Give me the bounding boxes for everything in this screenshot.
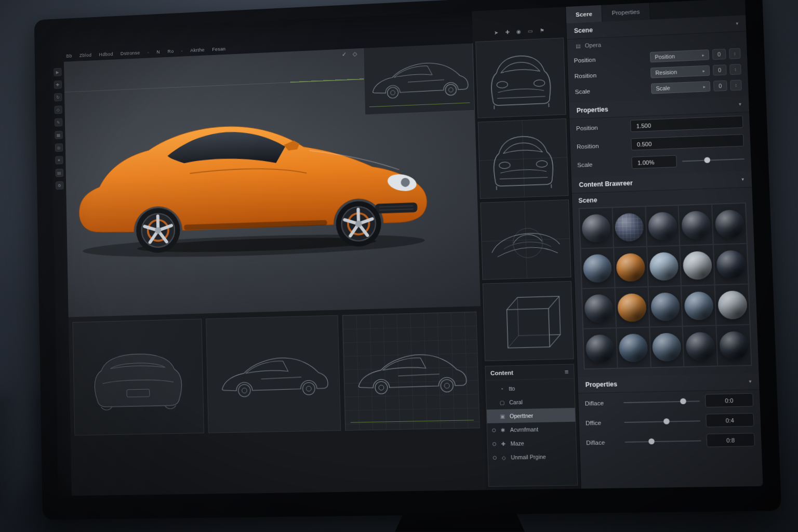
arrow-right-icon: ▸	[702, 52, 704, 57]
material-cell[interactable]	[679, 204, 713, 246]
slider-label: Diflace	[585, 400, 618, 407]
front-view-blueprint-panel[interactable]	[478, 118, 569, 199]
displace-slider[interactable]	[623, 395, 700, 407]
transform-value[interactable]: 0	[713, 81, 727, 91]
material-cell[interactable]	[645, 205, 680, 246]
3d-viewport[interactable]: ✓ ◇	[64, 43, 481, 317]
rotation-field[interactable]: 0.500	[631, 134, 744, 151]
list-item[interactable]: ▣ Operttner	[487, 408, 575, 423]
effects-tool-icon[interactable]: ✶	[55, 156, 63, 164]
diamond-icon[interactable]: ◇	[353, 50, 357, 57]
material-cell[interactable]	[712, 203, 747, 245]
focus-icon[interactable]: ◉	[516, 29, 521, 34]
list-item[interactable]: ◇ Unmail Prgine	[488, 449, 577, 464]
slider-handle[interactable]	[704, 157, 710, 163]
stepper-icon[interactable]: ↕	[729, 64, 741, 75]
material-cell[interactable]	[683, 325, 717, 367]
material-cell[interactable]	[681, 285, 716, 326]
transform-value[interactable]: 0	[712, 49, 726, 60]
material-sphere	[619, 333, 648, 362]
cube-view-panel[interactable]	[483, 281, 574, 361]
list-item[interactable]: ✱ Acvrnfmant	[487, 422, 576, 437]
cube-icon: ◇	[500, 455, 508, 460]
property-label: Scale	[577, 160, 627, 168]
grid-tool-icon[interactable]: ▦	[55, 131, 62, 139]
menu-item[interactable]: Zblod	[79, 52, 91, 58]
frames-icon[interactable]: ▭	[528, 28, 533, 34]
material-sphere	[683, 250, 712, 280]
menubar-icon[interactable]: ▫	[148, 50, 149, 55]
menu-item[interactable]: Akrthe	[190, 47, 205, 53]
thumbnail-rear-view[interactable]	[72, 318, 204, 435]
diffuse-slider[interactable]	[624, 415, 701, 427]
menu-item[interactable]: Hdbod	[99, 51, 113, 57]
list-item[interactable]: ◔ tto	[486, 380, 574, 396]
move-tool-icon[interactable]: ✚	[54, 81, 61, 89]
side-view-wireframe-panel[interactable]	[363, 43, 475, 115]
slider-handle[interactable]	[680, 398, 686, 404]
draw-tool-icon[interactable]: ✎	[54, 118, 62, 127]
material-cell[interactable]	[680, 245, 715, 286]
transform-value[interactable]: 0	[713, 64, 727, 75]
cursor-icon[interactable]: ➤	[494, 30, 499, 35]
confirm-icon[interactable]: ✓	[342, 51, 347, 58]
material-cell[interactable]	[716, 325, 752, 366]
displace-slider-2[interactable]	[624, 435, 701, 447]
scale-tool-icon[interactable]: ◇	[54, 105, 62, 114]
list-item[interactable]: ▢ Caral	[486, 394, 575, 410]
layers-tool-icon[interactable]: ▤	[55, 169, 63, 177]
slider-handle[interactable]	[648, 438, 655, 444]
settings-tool-icon[interactable]: ⚙	[56, 181, 63, 190]
front-view-panel[interactable]	[475, 37, 566, 118]
material-cell[interactable]	[579, 207, 614, 248]
scale-slider[interactable]	[682, 153, 745, 166]
menu-item[interactable]: Bb	[66, 54, 72, 59]
slider-value[interactable]: 0:0	[705, 393, 753, 408]
item-label: Operttner	[510, 413, 534, 419]
menu-item[interactable]: Fesan	[212, 46, 225, 52]
target-tool-icon[interactable]: ◎	[55, 143, 62, 152]
material-cell[interactable]	[649, 326, 684, 367]
rotation-button[interactable]: Resision▸	[650, 65, 710, 78]
material-sphere	[681, 210, 711, 240]
menu-item[interactable]: Dstronse	[121, 50, 140, 56]
material-cell[interactable]	[615, 287, 649, 328]
material-cell[interactable]	[583, 328, 617, 369]
thumbnail-side-view[interactable]	[206, 315, 341, 433]
position-button[interactable]: Position▸	[650, 49, 709, 62]
tab-scene[interactable]: Scere	[566, 5, 603, 23]
stepper-icon[interactable]: ↕	[729, 48, 741, 59]
grip-icon[interactable]: ≣	[564, 368, 569, 374]
material-cell[interactable]	[616, 327, 651, 368]
flag-icon[interactable]: ⚑	[540, 28, 544, 33]
menubar-icon[interactable]: ▫	[181, 48, 183, 53]
select-tool-icon[interactable]: ▶	[54, 68, 61, 76]
material-cell[interactable]	[715, 284, 750, 326]
material-cell[interactable]	[612, 206, 646, 247]
menu-item[interactable]: N	[156, 49, 160, 55]
material-cell[interactable]	[713, 244, 749, 285]
slider-handle[interactable]	[663, 418, 670, 424]
sketch-view-panel[interactable]	[480, 200, 571, 280]
chevron-down-icon[interactable]: ▾	[749, 379, 751, 384]
chevron-down-icon[interactable]: ▾	[739, 101, 741, 107]
material-cell[interactable]	[580, 247, 615, 288]
material-cell[interactable]	[582, 288, 616, 329]
scale-field[interactable]: 1.00%	[631, 155, 677, 169]
thumbnail-side-view-grid[interactable]	[342, 311, 480, 430]
chevron-down-icon[interactable]: ▾	[736, 21, 738, 26]
rotate-tool-icon[interactable]: ↻	[54, 93, 62, 101]
slider-value[interactable]: 0:4	[706, 413, 754, 428]
list-item[interactable]: ✚ Maze	[487, 435, 576, 450]
slider-value[interactable]: 0:8	[707, 433, 755, 447]
material-cell[interactable]	[648, 286, 683, 327]
stepper-icon[interactable]: ↕	[730, 79, 742, 90]
material-cell[interactable]	[614, 247, 648, 288]
chevron-down-icon[interactable]: ▾	[741, 177, 744, 182]
menu-item[interactable]: Ro	[167, 49, 174, 54]
move-icon[interactable]: ✚	[505, 29, 510, 35]
tab-properties[interactable]: Properties	[602, 3, 650, 21]
material-cell[interactable]	[647, 246, 682, 287]
position-field[interactable]: 1.500	[630, 115, 743, 132]
scale-button[interactable]: Scale▸	[651, 81, 711, 94]
